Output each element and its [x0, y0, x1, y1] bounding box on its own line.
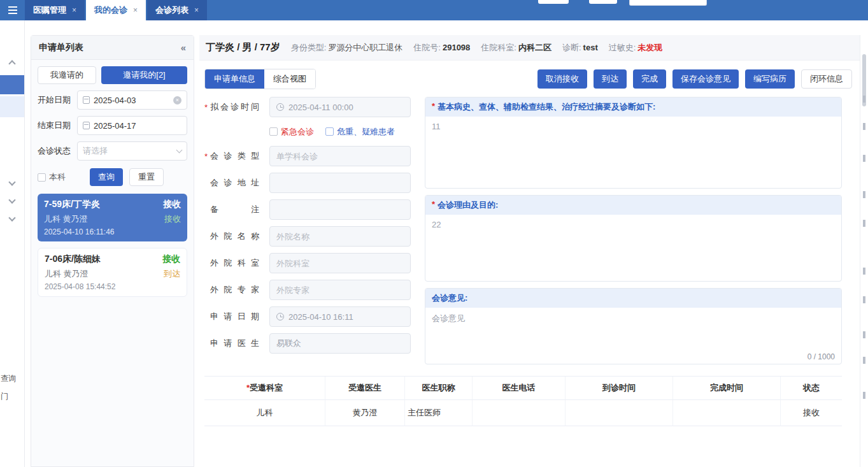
consult-type-input[interactable] — [269, 146, 411, 166]
apply-date-input[interactable] — [269, 306, 411, 327]
table-row[interactable]: 儿科 黄乃澄 主任医师 接收 — [204, 400, 842, 426]
apply-doctor-input[interactable] — [269, 333, 411, 354]
end-date-input[interactable]: 2025-04-17 — [77, 116, 187, 135]
finish-button[interactable]: 完成 — [633, 69, 666, 89]
status-select[interactable]: 请选择 — [77, 141, 187, 161]
clipped-top-button — [538, 0, 569, 4]
calendar-icon — [83, 122, 90, 129]
checkbox-icon — [325, 127, 334, 136]
apply-doctor-value[interactable] — [276, 339, 404, 348]
apply-date-value[interactable] — [288, 312, 404, 322]
clipped-content — [863, 331, 865, 338]
external-hospital-value[interactable] — [276, 232, 404, 241]
field-label: 过敏史: — [609, 43, 636, 52]
cell-arrive-time — [566, 400, 673, 426]
remark-value[interactable] — [276, 205, 404, 215]
clipped-content — [863, 296, 865, 303]
field-label: 备注 — [210, 204, 259, 215]
cell-status: 接收 — [781, 400, 842, 426]
reason-textarea[interactable]: 22 — [425, 215, 841, 281]
cancel-receive-button[interactable]: 取消接收 — [537, 69, 587, 89]
clear-icon[interactable] — [173, 96, 181, 104]
tab-order-management[interactable]: 医嘱管理 × — [25, 0, 85, 20]
consultation-card[interactable]: 7-06床/陈细妹 接收 儿科 黄乃澄 到达 2025-04-08 15:44:… — [38, 248, 187, 297]
char-counter: 0 / 1000 — [808, 352, 835, 361]
critical-checkbox[interactable]: 危重、疑难患者 — [325, 126, 395, 138]
panel-header: 申请单列表 « — [31, 36, 194, 60]
patient-ward: 住院科室:内科二区 — [481, 42, 551, 54]
patient-admission-no: 住院号:291098 — [413, 42, 470, 54]
status-placeholder: 请选择 — [83, 145, 108, 157]
arrive-button[interactable]: 到达 — [594, 69, 627, 89]
local-dept-checkbox[interactable]: 本科 — [38, 171, 66, 183]
field-value: 291098 — [443, 43, 470, 52]
menu-toggle-icon[interactable] — [0, 0, 25, 20]
checkbox-icon — [269, 127, 278, 136]
reason-section: * 会诊理由及目的: 22 — [425, 195, 842, 282]
cell-dept: 儿科 — [204, 400, 325, 426]
tab-consultation-list[interactable]: 会诊列表 × — [147, 0, 207, 20]
history-title: 基本病史、查体、辅助检查结果、治疗经过摘要及诊断如下: — [438, 101, 655, 113]
planned-time-input[interactable] — [269, 97, 411, 117]
consult-address-input[interactable] — [269, 173, 411, 193]
request-form: *拟会诊时间 紧急会诊 危重、疑难患者 *会诊类型 — [204, 97, 411, 371]
rail-highlight-item[interactable] — [0, 96, 24, 117]
history-textarea[interactable]: 11 — [425, 117, 841, 188]
tab-my-consultation[interactable]: 我的会诊 × — [86, 0, 146, 20]
external-dept-value[interactable] — [276, 259, 404, 268]
close-icon[interactable]: × — [133, 6, 138, 15]
right-clipped-strip — [860, 35, 868, 467]
col-arrive-time: 到诊时间 — [566, 377, 673, 400]
consult-address-value[interactable] — [276, 178, 404, 188]
patient-info-bar: 丁学炎 / 男 / 77岁 身份类型:罗源分中心职工退休 住院号:291098 … — [199, 35, 860, 61]
remark-input[interactable] — [269, 199, 411, 220]
close-icon[interactable]: × — [194, 6, 199, 15]
tab-apply-info[interactable]: 申请单信息 — [205, 69, 264, 89]
planned-time-value[interactable] — [288, 103, 404, 112]
external-dept-input[interactable] — [269, 253, 411, 273]
col-invited-doctor: 受邀医生 — [325, 377, 405, 400]
patient-diagnosis: 诊断:test — [562, 42, 598, 54]
consultation-card-selected[interactable]: 7-59床/丁学炎 接收 儿科 黄乃澄 接收 2025-04-10 16:11:… — [38, 194, 187, 241]
tab-invited-by-me[interactable]: 我邀请的 — [38, 66, 96, 84]
status-label: 会诊状态 — [38, 145, 77, 157]
start-date-input[interactable]: 2025-04-03 — [77, 90, 187, 110]
external-expert-value[interactable] — [276, 285, 404, 295]
chevron-down-icon[interactable] — [8, 196, 15, 203]
field-label: 住院科室: — [481, 43, 516, 52]
urgent-checkbox[interactable]: 紧急会诊 — [269, 126, 314, 138]
reset-button[interactable]: 重置 — [129, 168, 164, 186]
field-label: 会诊类型 — [210, 150, 259, 162]
save-opinion-button[interactable]: 保存会诊意见 — [672, 69, 739, 89]
left-icon-rail: 查询 门 — [0, 20, 25, 467]
field-label: 外院专家 — [210, 284, 259, 296]
tab-overview[interactable]: 综合视图 — [264, 69, 315, 89]
collapse-panel-icon[interactable]: « — [181, 42, 186, 53]
chevron-down-icon[interactable] — [8, 214, 15, 221]
chevron-up-icon[interactable] — [8, 60, 15, 67]
tab-invite-me[interactable]: 邀请我的[2] — [101, 66, 187, 84]
card-status-badge: 接收 — [162, 254, 180, 265]
opinion-textarea[interactable]: 会诊意见 0 / 1000 — [425, 308, 841, 364]
rail-active-item[interactable] — [0, 75, 24, 94]
search-button[interactable]: 查询 — [90, 168, 123, 186]
close-icon[interactable]: × — [72, 6, 76, 15]
loop-info-button[interactable]: 闭环信息 — [801, 69, 852, 89]
col-doctor-title: 医生职称 — [405, 377, 473, 400]
clipped-menu-text: 门 — [1, 391, 24, 402]
card-dept-doctor: 儿科 黄乃澄 — [45, 268, 89, 280]
external-expert-input[interactable] — [269, 280, 411, 300]
patient-name-sex-age: 丁学炎 / 男 / 77岁 — [206, 41, 280, 54]
top-bar: 医嘱管理 × 我的会诊 × 会诊列表 × — [0, 0, 868, 20]
consult-type-value[interactable] — [276, 152, 404, 161]
required-mark: * — [432, 199, 438, 211]
external-hospital-input[interactable] — [269, 226, 411, 247]
chevron-down-icon[interactable] — [8, 178, 15, 185]
local-dept-label: 本科 — [49, 171, 66, 183]
write-record-button[interactable]: 编写病历 — [745, 69, 795, 89]
opinion-placeholder: 会诊意见 — [432, 313, 465, 323]
field-label: 申请日期 — [210, 311, 259, 322]
opinion-section: 会诊意见: 会诊意见 0 / 1000 — [425, 288, 842, 364]
clipped-top-button — [589, 0, 617, 4]
chevron-down-icon — [176, 147, 183, 154]
